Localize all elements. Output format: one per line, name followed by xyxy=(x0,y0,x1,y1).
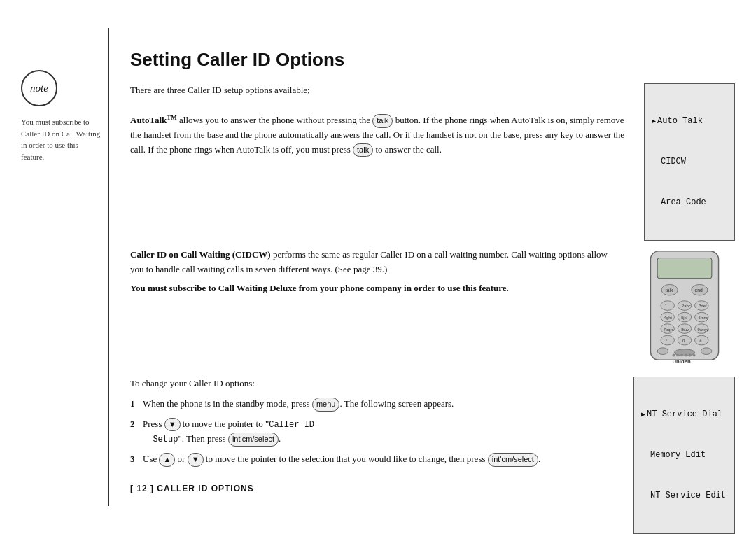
autotalk-heading: AutoTalkTM xyxy=(130,115,177,125)
step-1-num: 1 xyxy=(130,397,143,412)
top-section: There are three Caller ID setup options … xyxy=(130,83,735,241)
svg-text:2abc: 2abc xyxy=(682,304,691,309)
down-button-1: ▼ xyxy=(164,418,181,432)
change-options-text: To change your Caller ID options: xyxy=(130,377,620,391)
svg-text:Uniden: Uniden xyxy=(672,358,691,365)
lcd2-line3: NT Service Edit xyxy=(641,489,727,503)
svg-text:0: 0 xyxy=(682,339,685,343)
lcd2-line1: NT Service Dial xyxy=(641,408,727,421)
svg-point-37 xyxy=(688,354,691,357)
svg-point-30 xyxy=(657,348,668,355)
lcd1-line3: Area Code xyxy=(652,196,727,209)
svg-text:talk: talk xyxy=(665,288,673,293)
step-1: 1 When the phone is in the standby mode,… xyxy=(130,397,620,412)
main-content: Setting Caller ID Options There are thre… xyxy=(109,28,756,506)
cidcw-heading: Caller ID on Call Waiting (CIDCW) xyxy=(130,249,271,260)
svg-text:8tuv: 8tuv xyxy=(681,328,689,332)
cidcw-paragraph: Caller ID on Call Waiting (CIDCW) perfor… xyxy=(130,248,620,277)
lcd-display-2: NT Service Dial Memory Edit NT Service E… xyxy=(634,377,735,534)
menu-button: menu xyxy=(312,398,340,412)
talk-button-2: talk xyxy=(353,143,373,157)
svg-point-38 xyxy=(692,354,695,357)
subscribe-text: You must subscribe to Call Waiting Delux… xyxy=(130,281,620,296)
phone-image-area: talk end 1 2abc 3def 4ghi 5jkl xyxy=(634,248,735,367)
footer: [ 12 ] CALLER ID OPTIONS xyxy=(130,484,254,493)
select-button-2: int'cm/select xyxy=(488,453,538,467)
svg-text:end: end xyxy=(694,288,703,293)
svg-point-34 xyxy=(676,354,679,357)
intro-text: There are three Caller ID setup options … xyxy=(130,83,644,157)
lcd1-line2: CIDCW xyxy=(652,155,727,169)
note-icon: note xyxy=(21,70,57,106)
lcd1-line1: Auto Talk xyxy=(652,115,727,128)
page-title: Setting Caller ID Options xyxy=(130,49,735,71)
page: note You must subscribe to Caller ID on … xyxy=(0,0,756,534)
svg-text:3def: 3def xyxy=(699,304,707,309)
step-3-text: Use ▲ or ▼ to move the pointer to the se… xyxy=(143,452,540,467)
svg-point-35 xyxy=(680,354,683,357)
select-button-1: int'cm/select xyxy=(228,433,279,447)
svg-text:6mno: 6mno xyxy=(698,316,708,320)
steps-section: To change your Caller ID options: 1 When… xyxy=(130,377,735,534)
svg-point-33 xyxy=(672,354,675,357)
svg-point-32 xyxy=(701,348,712,355)
step-2: 2 Press ▼ to move the pointer to "Caller… xyxy=(130,417,620,447)
steps-right-lcds: NT Service Dial Memory Edit NT Service E… xyxy=(634,377,735,534)
steps-left: To change your Caller ID options: 1 When… xyxy=(130,377,634,472)
talk-button-1: talk xyxy=(372,114,393,128)
down-button-2: ▼ xyxy=(188,453,204,467)
autotalk-paragraph: AutoTalkTM allows you to answer the phon… xyxy=(130,115,624,155)
lcd-display-1: Auto Talk CIDCW Area Code xyxy=(644,83,735,241)
up-button: ▲ xyxy=(159,453,175,467)
svg-point-24 xyxy=(661,335,674,345)
middle-text: Caller ID on Call Waiting (CIDCW) perfor… xyxy=(130,248,634,295)
intro-sentence: There are three Caller ID setup options … xyxy=(130,85,310,95)
svg-text:4ghi: 4ghi xyxy=(664,316,671,320)
step-2-num: 2 xyxy=(130,417,143,447)
svg-text:9wxyz: 9wxyz xyxy=(697,328,708,332)
autotalk-tm: TM xyxy=(167,114,177,121)
svg-text:7pqrs: 7pqrs xyxy=(663,328,673,332)
step-3: 3 Use ▲ or ▼ to move the pointer to the … xyxy=(130,452,620,467)
step-3-num: 3 xyxy=(130,452,143,467)
svg-point-36 xyxy=(685,354,687,357)
sidebar-note-text: You must subscribe to Caller ID on Call … xyxy=(21,116,102,162)
note-label: note xyxy=(30,83,48,94)
svg-text:1: 1 xyxy=(664,304,666,309)
svg-text:5jkl: 5jkl xyxy=(681,316,687,320)
middle-section: Caller ID on Call Waiting (CIDCW) perfor… xyxy=(130,248,735,367)
lcd2-line2: Memory Edit xyxy=(641,449,727,462)
svg-rect-1 xyxy=(657,258,712,279)
svg-point-6 xyxy=(661,301,674,311)
step-2-text: Press ▼ to move the pointer to "Caller I… xyxy=(143,417,314,447)
footer-text: [ 12 ] CALLER ID OPTIONS xyxy=(130,484,254,493)
step-1-text: When the phone is in the standby mode, p… xyxy=(143,397,454,412)
sidebar: note You must subscribe to Caller ID on … xyxy=(0,28,108,506)
phone-svg: talk end 1 2abc 3def 4ghi 5jkl xyxy=(643,248,727,367)
